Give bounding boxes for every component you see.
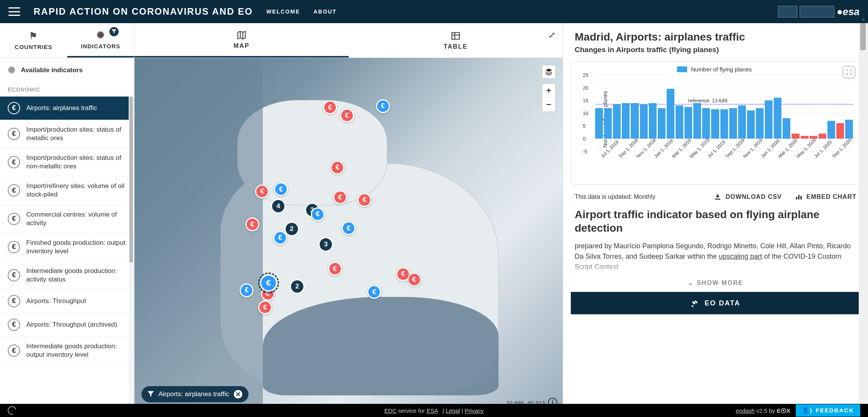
indicator-item[interactable]: €Finished goods production: output inven… xyxy=(0,233,134,261)
chart-legend: Number of flying planes xyxy=(576,66,853,73)
chart-bar xyxy=(738,105,746,139)
indicator-label: Commercial centres: volume of activity xyxy=(26,210,126,227)
page-scrollbar-thumb[interactable] xyxy=(860,23,866,50)
chart-bar xyxy=(845,120,853,139)
map-marker[interactable]: € xyxy=(367,285,381,299)
chart-bar xyxy=(702,108,710,139)
euro-icon: € xyxy=(8,319,20,331)
indicator-item[interactable]: €Intermediate goods production: activity… xyxy=(0,261,134,290)
euro-icon: € xyxy=(8,269,20,281)
partner-logos: ●esa xyxy=(778,6,859,18)
show-more-button[interactable]: ⌄ SHOW MORE xyxy=(563,277,868,292)
chart-bar xyxy=(658,108,665,139)
map-marker[interactable]: € xyxy=(323,100,337,114)
map-marker[interactable]: € xyxy=(330,161,344,175)
euro-icon: € xyxy=(8,156,20,168)
euro-icon: € xyxy=(8,128,20,140)
indicator-item[interactable]: €Airports: Throughput xyxy=(0,290,134,313)
sidebar: ⚑ COUNTRIES ✺ INDICATORS ✺ Available ind… xyxy=(0,23,134,409)
map-marker[interactable]: € xyxy=(407,273,421,286)
tab-indicators[interactable]: ✺ INDICATORS xyxy=(67,23,134,58)
eo-data-button[interactable]: EO DATA xyxy=(571,292,860,314)
chart-bar xyxy=(684,107,692,139)
indicator-item[interactable]: €Commercial centres: volume of activity xyxy=(0,205,134,233)
map-canvas[interactable]: + − 32.695, 40.313 i Airports: airplanes… xyxy=(134,58,563,409)
indicator-item[interactable]: €Airports: airplanes traffic xyxy=(0,97,134,120)
map-marker[interactable]: € xyxy=(357,193,371,207)
indicator-label: Import/refinery sites: volume of oil sto… xyxy=(26,182,126,199)
scroll-up-icon[interactable]: ▲ xyxy=(859,15,868,23)
tab-indicators-label: INDICATORS xyxy=(81,43,120,49)
footer-esa-link[interactable]: ESA xyxy=(427,407,438,414)
feedback-button[interactable]: 👤)FEEDBACK xyxy=(796,404,860,417)
map-marker[interactable]: € xyxy=(245,217,259,231)
footer-privacy-link[interactable]: Privacy xyxy=(465,407,483,414)
indicator-description-body: prepared by Maurício Pamplona Segundo, R… xyxy=(563,236,868,277)
map-marker[interactable]: € xyxy=(333,190,347,204)
nav-about[interactable]: ABOUT xyxy=(313,8,337,15)
footer-eodash-link[interactable]: eodash xyxy=(736,407,755,414)
euro-icon: € xyxy=(8,241,20,253)
detail-subtitle: Changes in Airports traffic (flying plan… xyxy=(575,46,856,54)
section-economic: ECONOMIC xyxy=(0,83,134,97)
map-marker-selected[interactable]: € xyxy=(260,275,277,292)
page-scrollbar[interactable]: ▲ xyxy=(859,23,868,409)
map-marker[interactable]: € xyxy=(273,231,287,245)
tab-map[interactable]: MAP xyxy=(134,23,349,58)
map-icon xyxy=(237,30,247,40)
layers-button[interactable] xyxy=(542,65,556,79)
chart-bar xyxy=(756,108,764,139)
map-cluster[interactable]: 3 xyxy=(318,237,333,252)
map-marker[interactable]: € xyxy=(274,182,288,196)
zoom-control: + − xyxy=(542,83,556,112)
indicator-label: Intermediate goods production: output in… xyxy=(26,342,126,359)
euro-icon: € xyxy=(8,102,20,114)
zoom-in-button[interactable]: + xyxy=(542,84,556,98)
filter-badge-icon[interactable] xyxy=(109,27,119,36)
footer-legal-link[interactable]: Legal xyxy=(446,407,460,414)
map-marker[interactable]: € xyxy=(376,99,390,113)
table-icon xyxy=(451,31,461,41)
indicator-item[interactable]: €Import/production sites: status of meta… xyxy=(0,120,134,148)
flag-icon: ⚑ xyxy=(29,31,38,41)
nav-welcome[interactable]: WELCOME xyxy=(266,8,300,15)
embed-chart-button[interactable]: EMBED CHART xyxy=(795,193,856,201)
sidebar-scrollbar-thumb[interactable] xyxy=(129,97,133,263)
app-header: RAPID ACTION ON CORONAVIRUS AND EO WELCO… xyxy=(0,0,868,23)
center-panel: MAP TABLE + − 32.695, 40.313 i xyxy=(134,23,563,409)
indicator-item[interactable]: €Airports: Throughput (archived) xyxy=(0,313,134,337)
chart-bar xyxy=(649,103,657,139)
y-tick: 5 xyxy=(583,123,585,129)
tab-countries-label: COUNTRIES xyxy=(15,44,52,50)
dark-mode-toggle[interactable] xyxy=(6,405,18,416)
filter-chip-close[interactable]: ✕ xyxy=(234,390,242,398)
map-marker[interactable]: € xyxy=(258,300,272,314)
map-marker[interactable]: € xyxy=(311,207,325,221)
indicator-item[interactable]: €Intermediate goods production: output i… xyxy=(0,337,134,365)
indicator-item[interactable]: €Import/refinery sites: volume of oil st… xyxy=(0,176,134,205)
indicator-label: Airports: airplanes traffic xyxy=(26,104,97,112)
update-frequency: This data is updated: Monthly xyxy=(575,193,655,200)
tab-countries[interactable]: ⚑ COUNTRIES xyxy=(0,23,67,58)
tab-table[interactable]: TABLE xyxy=(349,23,563,58)
map-marker[interactable]: € xyxy=(328,262,342,276)
map-cluster[interactable]: 2 xyxy=(284,222,299,236)
zoom-out-button[interactable]: − xyxy=(542,98,556,112)
map-marker[interactable]: € xyxy=(342,221,356,235)
map-marker[interactable]: € xyxy=(240,283,254,297)
chart-bar xyxy=(667,89,674,139)
chart-bar xyxy=(613,104,621,139)
map-cluster[interactable]: 2 xyxy=(290,279,305,294)
map-marker[interactable]: € xyxy=(340,108,354,122)
y-tick: 25 xyxy=(583,72,588,78)
download-csv-button[interactable]: DOWNLOAD CSV xyxy=(714,193,781,201)
esa-logo: ●esa xyxy=(837,6,859,18)
menu-icon[interactable] xyxy=(9,7,20,16)
footer-edc-link[interactable]: EDC xyxy=(384,407,397,414)
map-cluster[interactable]: 4 xyxy=(271,199,286,214)
sidebar-scrollbar[interactable] xyxy=(129,97,134,409)
indicator-item[interactable]: €Import/production sites: status of non-… xyxy=(0,148,134,176)
chart-bar xyxy=(801,136,808,139)
map-marker[interactable]: € xyxy=(255,185,269,198)
expand-panel-icon[interactable]: ⤢ xyxy=(548,30,555,40)
